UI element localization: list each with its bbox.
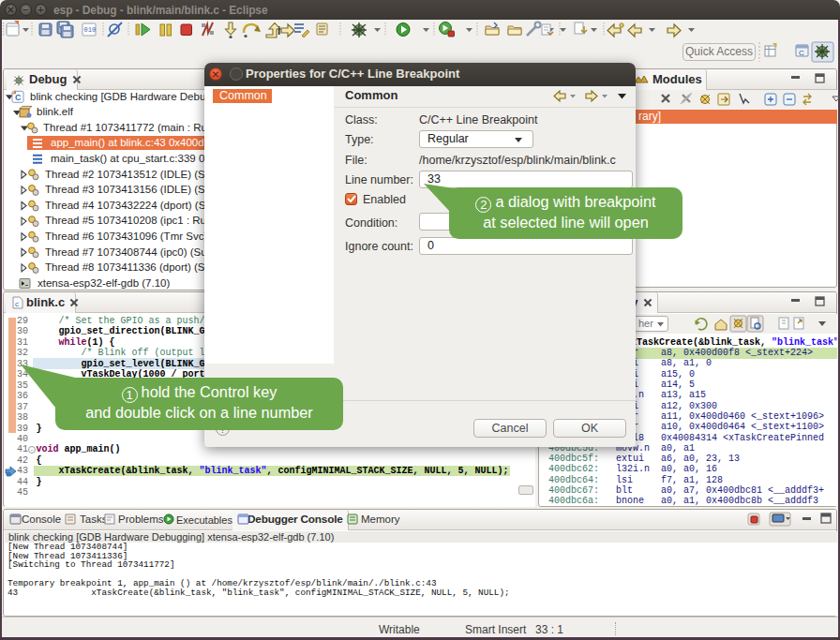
svg-text:C: C [799, 49, 804, 57]
svg-text:c: c [15, 300, 19, 308]
svg-text:010: 010 [84, 26, 97, 34]
svg-text:i: i [278, 24, 280, 37]
